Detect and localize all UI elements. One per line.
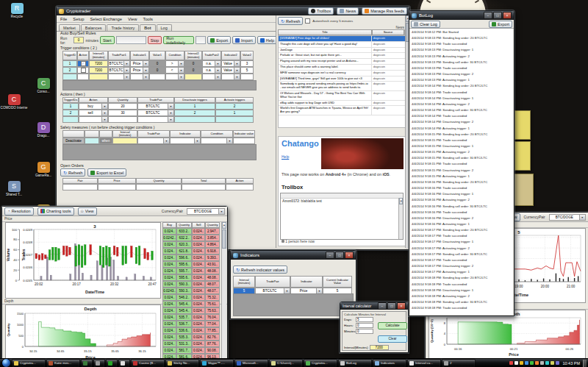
taskbar-button[interactable]: BotLog xyxy=(338,359,372,367)
run-indefinitely-button[interactable]: Run indefinitely xyxy=(163,36,194,44)
table-cell[interactable]: ▼ xyxy=(165,74,184,80)
open-orders-col-0[interactable]: Pair xyxy=(62,178,98,184)
dropdown-arrow-icon[interactable]: ▼ xyxy=(101,117,107,122)
news-row[interactable]: Somebody is going around sending emails … xyxy=(279,82,405,91)
safety-col-2[interactable] xyxy=(99,130,112,138)
indicators-col-1[interactable]: TradePair xyxy=(255,276,290,288)
news-row[interactable]: eBay adds support to buy Doge with USDdo… xyxy=(279,101,405,107)
log-export-button[interactable]: Export xyxy=(489,21,512,28)
charting-tools-button[interactable]: Charting tools xyxy=(37,207,74,215)
orderbook-row[interactable]: 0.024..620.3..0.024..4.864.. xyxy=(162,241,221,248)
interval-titlebar[interactable]: Interval calculator − □ × xyxy=(340,302,408,310)
actions-col-4[interactable]: Deactivate triggers xyxy=(174,97,215,103)
table-cell[interactable]: ✓ xyxy=(77,60,89,67)
orderbook-row[interactable]: 0.024..535.7..0.024..76.04.. xyxy=(162,314,221,321)
indicators-titlebar[interactable]: Indicators − □ × xyxy=(231,251,356,260)
orderbook-row[interactable]: 0.024..621.8..0.024..6.918.. xyxy=(162,248,221,254)
orderbook-col-3[interactable]: Quantity xyxy=(205,222,220,228)
table-cell[interactable]: ▼ xyxy=(201,138,233,144)
chat-scroll-up-icon[interactable]: ▲ xyxy=(399,198,403,204)
clear-log-button[interactable]: Clear Log xyxy=(411,21,440,28)
safety-col-3[interactable]: Interval (minutes) xyxy=(112,130,137,138)
desktop-icon[interactable]: SShared T... xyxy=(0,181,28,196)
table-cell[interactable] xyxy=(89,74,108,80)
dropdown-arrow-icon[interactable]: ▼ xyxy=(579,215,585,220)
dropdown-arrow-icon[interactable]: ▼ xyxy=(101,104,107,109)
actions-col-2[interactable]: Quantity xyxy=(108,97,137,103)
taskbar-button[interactable]: C:\Users\j... xyxy=(269,359,303,367)
taskbar-button[interactable]: 2 xyxy=(442,359,476,367)
table-cell[interactable]: ▼ xyxy=(137,116,174,123)
tray-icon[interactable] xyxy=(551,361,554,365)
table-cell[interactable]: Value▼ xyxy=(221,60,240,67)
trigger-col-1[interactable]: Active xyxy=(77,51,89,60)
safety-col-4[interactable]: TradePair xyxy=(137,130,170,138)
minutes-input[interactable]: 0 xyxy=(356,329,373,334)
table-cell[interactable]: ▼ xyxy=(221,74,240,80)
dropdown-arrow-icon[interactable]: ▼ xyxy=(215,61,220,66)
table-cell[interactable]: 7200 xyxy=(89,67,108,74)
actions-col-1[interactable]: Action xyxy=(79,97,108,103)
export-to-excel-button[interactable]: Export to Excel xyxy=(87,168,126,177)
depth-chart-right[interactable]: Depth04800.1600.2100.26Quantity (10^3)Pr… xyxy=(429,310,586,360)
open-orders-col-4[interactable]: Action xyxy=(226,178,254,184)
actions-col-5[interactable]: Activate triggers xyxy=(215,97,254,103)
table-cell[interactable]: >▼ xyxy=(165,60,184,67)
log-list[interactable]: 4/4/2014 9:58:12 PM: Bot Started4/4/2014… xyxy=(410,29,513,315)
sticky-note-gadget[interactable] xyxy=(514,110,531,140)
tray-icon[interactable] xyxy=(520,361,523,365)
orderbook-row[interactable]: 0.024..595.7..0.024..48.08.. xyxy=(162,268,221,274)
view-button[interactable]: ⊙ View xyxy=(78,207,97,215)
orderbook-row[interactable]: 0.024..581.7..0.024..90.08.. xyxy=(162,347,221,354)
manage-rss-button[interactable]: Manage Rss feeds xyxy=(362,7,407,15)
news-col-title[interactable]: Title xyxy=(278,29,372,35)
table-cell[interactable]: ▼ xyxy=(130,74,149,80)
start-button[interactable] xyxy=(1,358,11,367)
table-cell[interactable]: BTC/LTC▼ xyxy=(137,103,174,110)
news-col-source[interactable]: Source xyxy=(372,29,404,35)
table-cell[interactable]: 30 xyxy=(108,110,137,116)
taskbar-button[interactable]: Interval ca... xyxy=(407,359,441,367)
taskbar-button[interactable]: Microsoft... xyxy=(234,359,268,367)
dropdown-arrow-icon[interactable]: ▼ xyxy=(316,288,322,293)
table-cell[interactable]: n.a.▼ xyxy=(202,60,221,67)
safety-col-6[interactable]: Condition xyxy=(201,130,233,138)
dropdown-arrow-icon[interactable]: ▼ xyxy=(234,61,240,66)
trigger-col-5[interactable]: Value1 xyxy=(149,51,165,60)
table-cell[interactable] xyxy=(77,67,89,74)
news-row[interactable]: This place should come with a warning la… xyxy=(279,65,405,71)
open-orders-col-3[interactable]: Total xyxy=(182,178,226,184)
news-row[interactable]: Prelude or: Great start, but not quite t… xyxy=(279,53,405,59)
orderbook-row[interactable]: 0.024..595.6..0.024..43.91.. xyxy=(162,261,221,268)
dropdown-arrow-icon[interactable]: ▼ xyxy=(163,138,169,143)
table-cell[interactable]: 7200 xyxy=(89,60,108,67)
dropdown-arrow-icon[interactable]: ▼ xyxy=(123,68,129,73)
price-section-bar[interactable]: Price xyxy=(2,216,227,222)
dropdown-arrow-icon[interactable]: ▼ xyxy=(234,74,240,79)
dropdown-arrow-icon[interactable]: ▼ xyxy=(215,74,220,79)
orderbook-row[interactable]: 0.024..590.3..0.024..48.07.. xyxy=(162,281,221,288)
checkbox[interactable] xyxy=(81,68,86,73)
indicators-col-2[interactable]: Indicator xyxy=(290,276,323,288)
menu-item-file[interactable]: File xyxy=(60,17,67,21)
refresh-indicators-button[interactable]: ↻ Refresh indicator values xyxy=(233,266,287,274)
minimize-button[interactable]: − xyxy=(378,302,387,310)
taskbar-clock[interactable]: 10:43 PM xyxy=(560,361,582,366)
orderbook-col-1[interactable]: Quantity xyxy=(176,222,192,228)
close-button[interactable]: × xyxy=(397,302,406,310)
table-cell[interactable] xyxy=(112,138,137,144)
trigger-col-10[interactable]: Value2 xyxy=(240,51,254,60)
checkbox[interactable]: ✓ xyxy=(81,61,86,66)
tray-icon[interactable] xyxy=(540,361,544,365)
menu-item-setup[interactable]: Setup xyxy=(73,17,84,21)
orderbook-row[interactable]: 0.024..596.6..0.024..9.393.. xyxy=(162,254,221,261)
orderbook-row[interactable]: 0.024..546.2..0.024..75.32.. xyxy=(162,294,221,301)
hours-input[interactable]: 0 xyxy=(356,323,373,328)
resolution-button[interactable]: ◔ Resolution xyxy=(4,207,34,215)
tray-icon[interactable] xyxy=(535,361,539,365)
dropdown-arrow-icon[interactable]: ▼ xyxy=(143,74,148,79)
taskbar-button[interactable]: Cryptotra... xyxy=(304,359,337,367)
main-titlebar[interactable]: Cryptotrader Trollbox News Manage Rss fe… xyxy=(57,7,409,15)
dropdown-arrow-icon[interactable]: ▼ xyxy=(101,110,107,115)
import-button[interactable]: Import xyxy=(232,36,256,44)
